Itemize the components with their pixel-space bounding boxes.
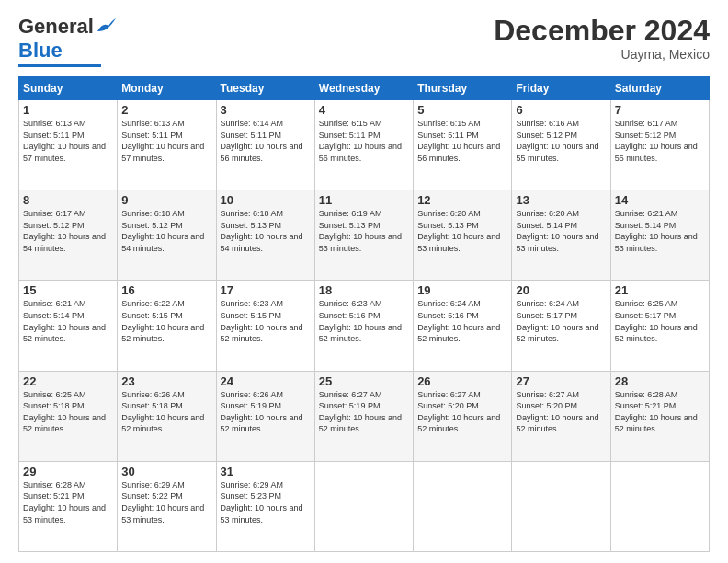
calendar-cell: 8Sunrise: 6:17 AMSunset: 5:12 PMDaylight…	[19, 190, 118, 281]
day-info: Sunrise: 6:15 AMSunset: 5:11 PMDaylight:…	[417, 119, 500, 163]
calendar-cell: 19Sunrise: 6:24 AMSunset: 5:16 PMDayligh…	[414, 281, 512, 371]
day-number: 30	[121, 465, 211, 478]
day-number: 15	[23, 283, 113, 297]
day-info: Sunrise: 6:27 AMSunset: 5:20 PMDaylight:…	[417, 390, 500, 434]
col-friday: Friday	[512, 77, 610, 100]
calendar-cell: 27Sunrise: 6:27 AMSunset: 5:20 PMDayligh…	[512, 371, 610, 461]
day-number: 4	[319, 103, 409, 117]
calendar-cell	[512, 461, 610, 551]
day-number: 1	[23, 103, 113, 117]
calendar-cell: 16Sunrise: 6:22 AMSunset: 5:15 PMDayligh…	[118, 281, 216, 371]
day-number: 31	[221, 465, 311, 478]
calendar-cell: 24Sunrise: 6:26 AMSunset: 5:19 PMDayligh…	[216, 371, 314, 461]
day-info: Sunrise: 6:28 AMSunset: 5:21 PMDaylight:…	[23, 480, 106, 524]
calendar-cell	[314, 461, 413, 551]
col-tuesday: Tuesday	[216, 77, 314, 100]
day-info: Sunrise: 6:28 AMSunset: 5:21 PMDaylight:…	[615, 390, 698, 434]
calendar-cell: 11Sunrise: 6:19 AMSunset: 5:13 PMDayligh…	[314, 190, 413, 281]
calendar-header-row: Sunday Monday Tuesday Wednesday Thursday…	[19, 77, 710, 100]
day-number: 9	[121, 193, 211, 207]
title-area: December 2024 Uayma, Mexico	[494, 15, 710, 62]
day-number: 19	[417, 283, 507, 297]
day-info: Sunrise: 6:18 AMSunset: 5:12 PMDaylight:…	[121, 209, 204, 253]
day-info: Sunrise: 6:26 AMSunset: 5:19 PMDaylight:…	[221, 390, 303, 434]
logo-blue-text: Blue	[18, 39, 63, 63]
day-info: Sunrise: 6:23 AMSunset: 5:16 PMDaylight:…	[319, 299, 402, 343]
day-number: 16	[121, 283, 211, 297]
day-info: Sunrise: 6:18 AMSunset: 5:13 PMDaylight:…	[221, 209, 303, 253]
calendar-week-row: 15Sunrise: 6:21 AMSunset: 5:14 PMDayligh…	[19, 281, 710, 371]
calendar-cell: 10Sunrise: 6:18 AMSunset: 5:13 PMDayligh…	[216, 190, 314, 281]
calendar-cell: 12Sunrise: 6:20 AMSunset: 5:13 PMDayligh…	[414, 190, 512, 281]
calendar-body: 1Sunrise: 6:13 AMSunset: 5:11 PMDaylight…	[19, 100, 710, 552]
logo: General Blue	[18, 15, 116, 67]
day-info: Sunrise: 6:23 AMSunset: 5:15 PMDaylight:…	[221, 299, 303, 343]
logo-underline	[18, 64, 101, 67]
day-number: 3	[221, 103, 311, 117]
day-number: 10	[221, 193, 311, 207]
logo-bird-icon	[96, 18, 116, 35]
col-monday: Monday	[118, 77, 216, 100]
day-info: Sunrise: 6:27 AMSunset: 5:19 PMDaylight:…	[319, 390, 402, 434]
day-info: Sunrise: 6:22 AMSunset: 5:15 PMDaylight:…	[121, 299, 204, 343]
calendar-cell: 25Sunrise: 6:27 AMSunset: 5:19 PMDayligh…	[314, 371, 413, 461]
calendar-cell: 14Sunrise: 6:21 AMSunset: 5:14 PMDayligh…	[610, 190, 709, 281]
day-info: Sunrise: 6:25 AMSunset: 5:18 PMDaylight:…	[23, 390, 106, 434]
calendar-week-row: 29Sunrise: 6:28 AMSunset: 5:21 PMDayligh…	[19, 461, 710, 551]
day-info: Sunrise: 6:13 AMSunset: 5:11 PMDaylight:…	[121, 119, 204, 163]
day-info: Sunrise: 6:14 AMSunset: 5:11 PMDaylight:…	[221, 119, 303, 163]
day-info: Sunrise: 6:17 AMSunset: 5:12 PMDaylight:…	[23, 209, 106, 253]
calendar-week-row: 22Sunrise: 6:25 AMSunset: 5:18 PMDayligh…	[19, 371, 710, 461]
day-number: 2	[121, 103, 211, 117]
calendar-cell: 5Sunrise: 6:15 AMSunset: 5:11 PMDaylight…	[414, 100, 512, 190]
calendar-cell	[414, 461, 512, 551]
day-number: 18	[319, 283, 409, 297]
day-number: 29	[23, 465, 113, 478]
day-number: 24	[221, 374, 311, 388]
col-sunday: Sunday	[19, 77, 118, 100]
day-number: 21	[615, 283, 705, 297]
day-info: Sunrise: 6:19 AMSunset: 5:13 PMDaylight:…	[319, 209, 402, 253]
day-info: Sunrise: 6:21 AMSunset: 5:14 PMDaylight:…	[615, 209, 698, 253]
day-info: Sunrise: 6:24 AMSunset: 5:16 PMDaylight:…	[417, 299, 500, 343]
day-info: Sunrise: 6:29 AMSunset: 5:22 PMDaylight:…	[121, 480, 204, 524]
day-info: Sunrise: 6:15 AMSunset: 5:11 PMDaylight:…	[319, 119, 402, 163]
day-info: Sunrise: 6:13 AMSunset: 5:11 PMDaylight:…	[23, 119, 106, 163]
calendar-cell: 20Sunrise: 6:24 AMSunset: 5:17 PMDayligh…	[512, 281, 610, 371]
calendar-cell	[610, 461, 709, 551]
day-info: Sunrise: 6:20 AMSunset: 5:14 PMDaylight:…	[516, 209, 598, 253]
calendar-cell: 7Sunrise: 6:17 AMSunset: 5:12 PMDaylight…	[610, 100, 709, 190]
day-info: Sunrise: 6:21 AMSunset: 5:14 PMDaylight:…	[23, 299, 106, 343]
logo-general-text: General	[18, 15, 94, 39]
calendar-cell: 6Sunrise: 6:16 AMSunset: 5:12 PMDaylight…	[512, 100, 610, 190]
calendar-week-row: 8Sunrise: 6:17 AMSunset: 5:12 PMDaylight…	[19, 190, 710, 281]
day-info: Sunrise: 6:25 AMSunset: 5:17 PMDaylight:…	[615, 299, 698, 343]
calendar-cell: 9Sunrise: 6:18 AMSunset: 5:12 PMDaylight…	[118, 190, 216, 281]
col-saturday: Saturday	[610, 77, 709, 100]
calendar-cell: 13Sunrise: 6:20 AMSunset: 5:14 PMDayligh…	[512, 190, 610, 281]
header: General Blue December 2024 Uayma, Mexico	[18, 15, 710, 67]
day-number: 11	[319, 193, 409, 207]
calendar-table: Sunday Monday Tuesday Wednesday Thursday…	[18, 76, 710, 552]
calendar-cell: 17Sunrise: 6:23 AMSunset: 5:15 PMDayligh…	[216, 281, 314, 371]
month-title: December 2024	[494, 15, 710, 47]
day-info: Sunrise: 6:17 AMSunset: 5:12 PMDaylight:…	[615, 119, 698, 163]
day-info: Sunrise: 6:20 AMSunset: 5:13 PMDaylight:…	[417, 209, 500, 253]
day-number: 7	[615, 103, 705, 117]
calendar-cell: 31Sunrise: 6:29 AMSunset: 5:23 PMDayligh…	[216, 461, 314, 551]
calendar-page: General Blue December 2024 Uayma, Mexico…	[0, 0, 728, 563]
calendar-cell: 4Sunrise: 6:15 AMSunset: 5:11 PMDaylight…	[314, 100, 413, 190]
calendar-cell: 26Sunrise: 6:27 AMSunset: 5:20 PMDayligh…	[414, 371, 512, 461]
day-number: 27	[516, 374, 606, 388]
day-number: 20	[516, 283, 606, 297]
day-number: 17	[221, 283, 311, 297]
col-thursday: Thursday	[414, 77, 512, 100]
day-info: Sunrise: 6:27 AMSunset: 5:20 PMDaylight:…	[516, 390, 598, 434]
day-number: 13	[516, 193, 606, 207]
calendar-cell: 15Sunrise: 6:21 AMSunset: 5:14 PMDayligh…	[19, 281, 118, 371]
day-number: 12	[417, 193, 507, 207]
day-info: Sunrise: 6:24 AMSunset: 5:17 PMDaylight:…	[516, 299, 598, 343]
day-number: 14	[615, 193, 705, 207]
calendar-cell: 18Sunrise: 6:23 AMSunset: 5:16 PMDayligh…	[314, 281, 413, 371]
calendar-cell: 3Sunrise: 6:14 AMSunset: 5:11 PMDaylight…	[216, 100, 314, 190]
